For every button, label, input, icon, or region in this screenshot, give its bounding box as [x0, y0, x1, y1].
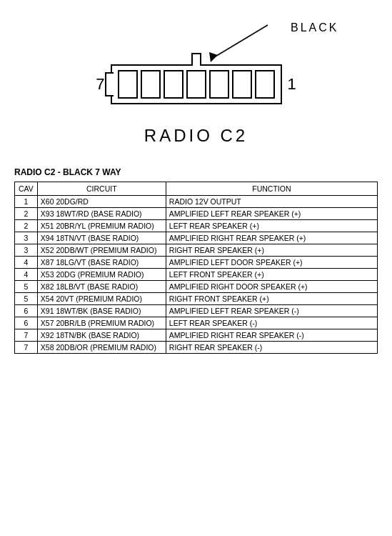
cell-function: RADIO 12V OUTPUT — [166, 196, 377, 208]
cell-function: RIGHT FRONT SPEAKER (+) — [166, 293, 377, 305]
cell-circuit: X82 18LB/VT (BASE RADIO) — [37, 281, 166, 293]
cell-cav: 2 — [15, 220, 38, 232]
cell-circuit: X91 18WT/BK (BASE RADIO) — [37, 305, 166, 317]
pin-6 — [232, 70, 252, 99]
cell-circuit: X60 20DG/RD — [37, 196, 166, 208]
pin-5 — [209, 70, 229, 99]
cell-circuit: X57 20BR/LB (PREMIUM RADIO) — [37, 317, 166, 329]
connector-left-number: 7 — [96, 75, 104, 94]
pin-7 — [255, 70, 275, 99]
cell-circuit: X94 18TN/VT (BASE RADIO) — [37, 232, 166, 244]
cell-cav: 4 — [15, 269, 38, 281]
cell-cav: 6 — [15, 317, 38, 329]
cell-function: AMPLIFIED RIGHT DOOR SPEAKER (+) — [166, 281, 377, 293]
cell-circuit: X53 20DG (PREMIUM RADIO) — [37, 269, 166, 281]
radio-c2-label: RADIO C2 — [144, 126, 248, 146]
cell-cav: 3 — [15, 244, 38, 257]
table-row: 2X93 18WT/RD (BASE RADIO)AMPLIFIED LEFT … — [15, 208, 378, 220]
cell-function: AMPLIFIED RIGHT REAR SPEAKER (-) — [166, 329, 377, 342]
cell-cav: 3 — [15, 232, 38, 244]
table-row: 3X52 20DB/WT (PREMIUM RADIO)RIGHT REAR S… — [15, 244, 378, 257]
cell-circuit: X92 18TN/BK (BASE RADIO) — [37, 329, 166, 342]
pin-1 — [118, 70, 138, 99]
cell-cav: 5 — [15, 281, 38, 293]
table-row: 1X60 20DG/RDRADIO 12V OUTPUT — [15, 196, 378, 208]
pin-4 — [186, 70, 206, 99]
pin-socket — [191, 53, 201, 66]
cell-circuit: X54 20VT (PREMIUM RADIO) — [37, 293, 166, 305]
data-table: CAV CIRCUIT FUNCTION 1X60 20DG/RDRADIO 1… — [14, 182, 378, 354]
cell-circuit: X93 18WT/RD (BASE RADIO) — [37, 208, 166, 220]
connector-body — [111, 64, 282, 104]
cell-function: AMPLIFIED LEFT DOOR SPEAKER (+) — [166, 257, 377, 269]
pin-3 — [164, 70, 184, 99]
cell-circuit: X58 20DB/OR (PREMIUM RADIO) — [37, 342, 166, 354]
pin-2 — [141, 70, 161, 99]
table-row: 2X51 20BR/YL (PREMIUM RADIO)LEFT REAR SP… — [15, 220, 378, 232]
header-cav: CAV — [15, 182, 38, 196]
table-row: 6X91 18WT/BK (BASE RADIO)AMPLIFIED LEFT … — [15, 305, 378, 317]
cell-function: AMPLIFIED RIGHT REAR SPEAKER (+) — [166, 232, 377, 244]
page: BLACK 7 — [0, 0, 392, 536]
header-function: FUNCTION — [166, 182, 377, 196]
table-row: 4X53 20DG (PREMIUM RADIO)LEFT FRONT SPEA… — [15, 269, 378, 281]
cell-function: LEFT REAR SPEAKER (+) — [166, 220, 377, 232]
svg-line-0 — [214, 25, 268, 57]
cell-function: AMPLIFIED LEFT REAR SPEAKER (+) — [166, 208, 377, 220]
cell-function: AMPLIFIED LEFT REAR SPEAKER (-) — [166, 305, 377, 317]
diagram-area: BLACK 7 — [14, 7, 378, 146]
svg-marker-1 — [209, 52, 218, 62]
cell-cav: 2 — [15, 208, 38, 220]
cell-circuit: X87 18LG/VT (BASE RADIO) — [37, 257, 166, 269]
cell-function: LEFT FRONT SPEAKER (+) — [166, 269, 377, 281]
connector-pins — [118, 70, 275, 99]
section-title: RADIO C2 - BLACK 7 WAY — [14, 167, 378, 177]
table-row: 3X94 18TN/VT (BASE RADIO)AMPLIFIED RIGHT… — [15, 232, 378, 244]
cell-cav: 4 — [15, 257, 38, 269]
cell-cav: 5 — [15, 293, 38, 305]
table-row: 5X54 20VT (PREMIUM RADIO)RIGHT FRONT SPE… — [15, 293, 378, 305]
cell-cav: 7 — [15, 329, 38, 342]
header-circuit: CIRCUIT — [37, 182, 166, 196]
cell-cav: 7 — [15, 342, 38, 354]
cell-function: LEFT REAR SPEAKER (-) — [166, 317, 377, 329]
table-row: 5X82 18LB/VT (BASE RADIO)AMPLIFIED RIGHT… — [15, 281, 378, 293]
cell-circuit: X52 20DB/WT (PREMIUM RADIO) — [37, 244, 166, 257]
table-row: 7X58 20DB/OR (PREMIUM RADIO)RIGHT REAR S… — [15, 342, 378, 354]
cell-function: RIGHT REAR SPEAKER (-) — [166, 342, 377, 354]
table-row: 7X92 18TN/BK (BASE RADIO)AMPLIFIED RIGHT… — [15, 329, 378, 342]
table-row: 4X87 18LG/VT (BASE RADIO)AMPLIFIED LEFT … — [15, 257, 378, 269]
cell-cav: 1 — [15, 196, 38, 208]
connector-wrapper: 7 1 — [96, 64, 296, 104]
cell-function: RIGHT REAR SPEAKER (+) — [166, 244, 377, 257]
cell-circuit: X51 20BR/YL (PREMIUM RADIO) — [37, 220, 166, 232]
black-label: BLACK — [291, 21, 338, 34]
connector-right-number: 1 — [288, 75, 296, 94]
table-row: 6X57 20BR/LB (PREMIUM RADIO)LEFT REAR SP… — [15, 317, 378, 329]
cell-cav: 6 — [15, 305, 38, 317]
